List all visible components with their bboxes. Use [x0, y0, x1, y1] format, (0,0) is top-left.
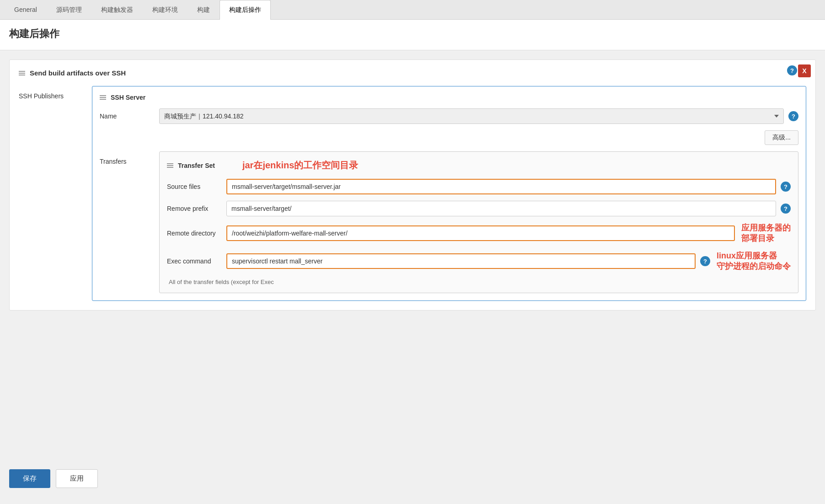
exec-annotation: linux应用服务器 守护进程的启动命令	[717, 251, 791, 272]
nav-tabs: General源码管理构建触发器构建环境构建构建后操作	[0, 0, 825, 20]
source-files-help-icon[interactable]: ?	[781, 182, 791, 192]
ssh-server-box: SSH Server Name 商城预生产｜121.40.94.182 ? 高级…	[92, 86, 806, 301]
footer: 保存 应用	[0, 462, 825, 495]
name-help-icon[interactable]: ?	[788, 111, 798, 121]
help-icon-top[interactable]: ?	[787, 65, 797, 75]
info-text: All of the transfer fields (except for E…	[167, 279, 791, 285]
ssh-server-title: SSH Server	[111, 94, 145, 101]
remove-prefix-label: Remove prefix	[167, 205, 226, 212]
ssh-publishers-label: SSH Publishers	[19, 86, 92, 301]
tab-general[interactable]: General	[5, 0, 47, 20]
source-files-row: Source files ?	[167, 179, 791, 194]
apply-button[interactable]: 应用	[56, 469, 98, 488]
card-title: Send build artifacts over SSH	[30, 69, 126, 77]
card: Send build artifacts over SSH X ? SSH Pu…	[9, 59, 816, 311]
tab-source[interactable]: 源码管理	[47, 0, 91, 20]
name-input-wrap: 商城预生产｜121.40.94.182 ?	[159, 108, 798, 124]
remote-directory-input[interactable]	[226, 225, 735, 241]
remote-directory-wrap: 应用服务器的 部署目录	[226, 223, 791, 244]
tab-build[interactable]: 构建	[188, 0, 220, 20]
exec-command-row: Exec command ? linux应用服务器 守护进程的启动命令	[167, 251, 791, 272]
deploy-annotation: 应用服务器的 部署目录	[741, 223, 791, 244]
remote-directory-row: Remote directory 应用服务器的 部署目录	[167, 223, 791, 244]
jar-annotation: jar在jenkins的工作空间目录	[242, 159, 358, 172]
transfer-set-box: Transfer Set jar在jenkins的工作空间目录 Source f…	[159, 151, 798, 293]
save-button[interactable]: 保存	[9, 469, 50, 488]
exec-help-icon[interactable]: ?	[700, 256, 710, 266]
transfers-label: Transfers	[100, 151, 159, 293]
remove-prefix-input[interactable]	[226, 201, 776, 216]
remove-prefix-row: Remove prefix ?	[167, 201, 791, 216]
transfer-set-title: Transfer Set	[178, 162, 215, 169]
drag-handle[interactable]	[19, 71, 25, 75]
exec-command-input[interactable]	[226, 253, 696, 269]
ssh-server-drag-handle[interactable]	[100, 95, 106, 100]
ssh-publishers-layout: SSH Publishers SSH Server Name 商城预生产｜121…	[19, 86, 806, 301]
ssh-server-header: SSH Server	[100, 94, 798, 101]
name-row: Name 商城预生产｜121.40.94.182 ?	[100, 108, 798, 124]
advanced-row: 高级...	[100, 130, 798, 145]
card-header: Send build artifacts over SSH	[19, 69, 806, 77]
tab-trigger[interactable]: 构建触发器	[91, 0, 143, 20]
source-files-input[interactable]	[226, 179, 776, 194]
remove-prefix-wrap: ?	[226, 201, 791, 216]
tab-env[interactable]: 构建环境	[143, 0, 188, 20]
transfer-set-header: Transfer Set jar在jenkins的工作空间目录	[167, 159, 791, 172]
main-content: Send build artifacts over SSH X ? SSH Pu…	[0, 50, 825, 462]
source-files-wrap: ?	[226, 179, 791, 194]
remote-directory-label: Remote directory	[167, 230, 226, 237]
name-select[interactable]: 商城预生产｜121.40.94.182	[159, 108, 784, 124]
close-button[interactable]: X	[798, 64, 811, 77]
name-label: Name	[100, 113, 159, 120]
tab-post-build[interactable]: 构建后操作	[220, 0, 271, 20]
transfer-drag-handle[interactable]	[167, 163, 173, 168]
source-files-label: Source files	[167, 183, 226, 190]
advanced-button[interactable]: 高级...	[765, 130, 798, 145]
exec-command-label: Exec command	[167, 257, 226, 265]
exec-command-wrap: ? linux应用服务器 守护进程的启动命令	[226, 251, 791, 272]
transfers-layout: Transfers Transfer Set jar在jenkins的工作空间目…	[100, 151, 798, 293]
remove-prefix-help-icon[interactable]: ?	[781, 204, 791, 214]
page-title: 构建后操作	[0, 20, 825, 50]
